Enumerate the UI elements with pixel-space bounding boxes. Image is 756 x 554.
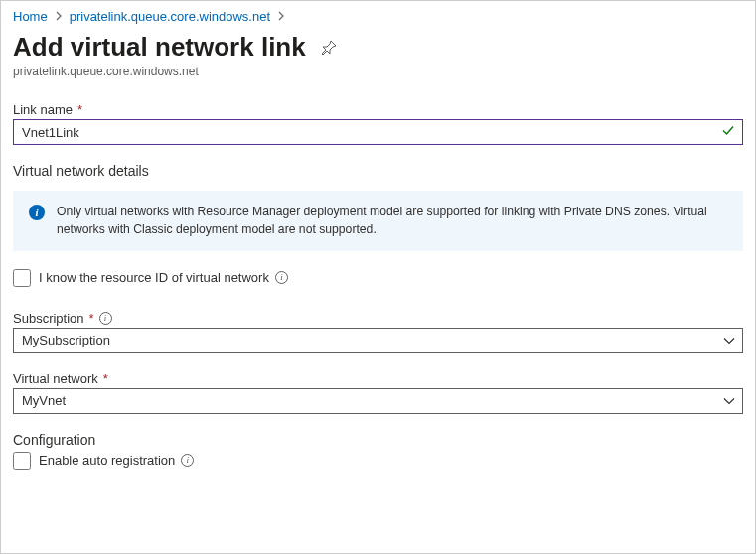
link-name-input[interactable] xyxy=(13,119,743,145)
breadcrumb: Home privatelink.queue.core.windows.net xyxy=(13,9,743,24)
info-icon[interactable]: i xyxy=(275,271,288,284)
subscription-select[interactable]: MySubscription xyxy=(13,328,743,353)
auto-registration-checkbox[interactable] xyxy=(13,452,31,470)
required-indicator: * xyxy=(77,102,82,117)
auto-registration-label: Enable auto registration i xyxy=(39,453,194,468)
info-text: Only virtual networks with Resource Mana… xyxy=(57,203,727,239)
info-icon: i xyxy=(29,205,45,220)
pin-icon[interactable] xyxy=(320,39,338,57)
chevron-right-icon xyxy=(278,11,284,23)
breadcrumb-zone-link[interactable]: privatelink.queue.core.windows.net xyxy=(70,9,270,24)
subscription-label: Subscription * i xyxy=(13,311,743,326)
virtual-network-label: Virtual network * xyxy=(13,371,743,386)
info-icon[interactable]: i xyxy=(181,454,194,467)
vnet-details-header: Virtual network details xyxy=(13,163,743,179)
virtual-network-select[interactable]: MyVnet xyxy=(13,388,743,414)
configuration-header: Configuration xyxy=(13,432,743,448)
know-resource-id-checkbox[interactable] xyxy=(13,269,31,287)
info-icon[interactable]: i xyxy=(99,312,112,325)
page-title: Add virtual network link xyxy=(13,32,306,63)
know-resource-id-label: I know the resource ID of virtual networ… xyxy=(39,270,288,285)
page-subtitle: privatelink.queue.core.windows.net xyxy=(13,65,743,78)
chevron-right-icon xyxy=(56,11,62,23)
check-icon xyxy=(721,124,735,141)
required-indicator: * xyxy=(89,311,94,326)
breadcrumb-home-link[interactable]: Home xyxy=(13,9,48,24)
info-box: i Only virtual networks with Resource Ma… xyxy=(13,191,743,251)
title-row: Add virtual network link xyxy=(13,32,743,63)
link-name-label: Link name * xyxy=(13,102,743,117)
required-indicator: * xyxy=(103,371,108,386)
